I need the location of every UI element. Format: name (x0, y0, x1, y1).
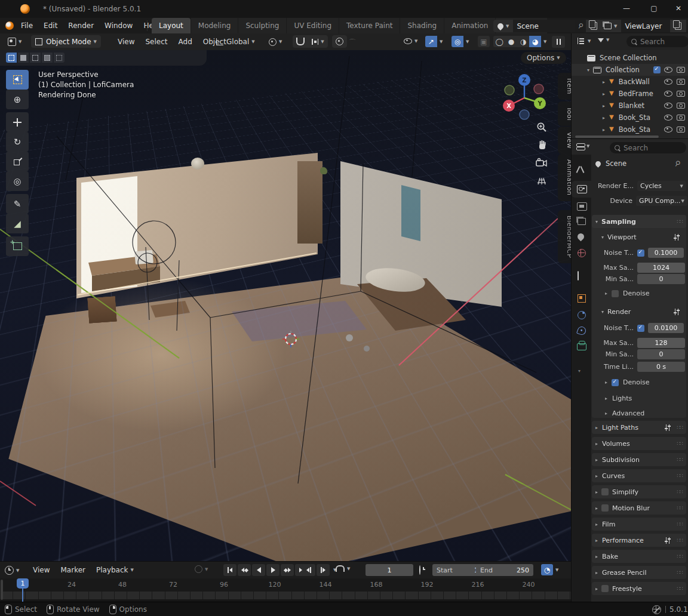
frame-start-field[interactable]: Start1 (432, 564, 483, 576)
panel-simplify[interactable]: ▸Simplify∷∷ (592, 485, 686, 498)
select-mode-new-button[interactable] (6, 53, 17, 63)
blender-menu-logo-icon[interactable] (5, 21, 14, 30)
overlays-dropdown[interactable]: ▼ (466, 39, 469, 44)
sidebar-tab-tool[interactable]: Tool (558, 101, 571, 126)
panel-subdivision[interactable]: ▸Subdivision∷∷ (592, 453, 686, 466)
render-subpanel-header[interactable]: ▾Render (598, 305, 687, 318)
camera-view-icon[interactable] (536, 158, 548, 168)
shading-solid-button[interactable]: ● (505, 36, 517, 47)
menu-window[interactable]: Window (99, 21, 138, 30)
preset-icon[interactable] (664, 537, 671, 544)
workspace-tab-animation[interactable]: Animation (444, 18, 495, 33)
render-visibility-icon[interactable] (677, 103, 685, 109)
tool-annotate[interactable]: ✎ (6, 194, 29, 214)
sampling-panel-header[interactable]: ▾Sampling ∷∷ (592, 215, 686, 228)
workspace-tab-shading[interactable]: Shading (400, 18, 444, 33)
max-samples-value[interactable]: 1024 (637, 263, 685, 273)
preset-icon[interactable] (673, 309, 680, 315)
play-button[interactable] (266, 564, 280, 576)
outliner-search-input[interactable]: Search (626, 36, 688, 47)
tab-tool-icon[interactable] (577, 165, 585, 174)
proportional-falloff-dropdown[interactable]: ⌒ (349, 38, 356, 48)
eye-icon[interactable] (664, 103, 672, 109)
pan-hand-icon[interactable] (537, 140, 548, 150)
eye-icon[interactable] (664, 67, 672, 73)
eye-icon[interactable] (664, 115, 672, 121)
workspace-tab-layout[interactable]: Layout (152, 18, 191, 33)
select-mode-subtract-button[interactable] (30, 53, 41, 63)
maximize-button[interactable]: ▢ (644, 4, 664, 13)
timeline-menu-playback[interactable]: Playback▼ (91, 566, 139, 574)
timeline-tracks[interactable] (0, 592, 571, 599)
shading-rendered-button[interactable]: ◕ (529, 36, 541, 47)
tab-world-icon[interactable] (578, 249, 586, 257)
current-frame-field[interactable]: 1 (366, 564, 413, 576)
menu-edit[interactable]: Edit (38, 21, 63, 30)
render-denoise-checkbox[interactable] (612, 379, 619, 386)
transform-orientation-dropdown[interactable]: Global ▼ (216, 36, 255, 48)
preset-icon[interactable] (673, 234, 680, 241)
properties-editor-type-dropdown[interactable]: ▼ (576, 143, 589, 150)
play-reverse-button[interactable] (252, 564, 265, 576)
panel-curves[interactable]: ▸Curves∷∷ (592, 469, 686, 482)
panel-light-paths[interactable]: ▸Light Paths ∷∷ (592, 421, 686, 434)
gizmos-dropdown[interactable]: ▼ (440, 39, 443, 44)
menu-file[interactable]: File (16, 21, 38, 30)
tab-collection-icon[interactable] (578, 271, 579, 281)
tab-physics-icon[interactable] (576, 325, 587, 336)
preset-icon[interactable] (664, 424, 671, 431)
frame-end-field[interactable]: End250 (476, 564, 533, 576)
render-visibility-icon[interactable] (677, 127, 685, 133)
prev-keyframe-button[interactable] (238, 564, 251, 576)
render-max-samples-value[interactable]: 128 (637, 338, 685, 348)
timeline-menu-marker[interactable]: Marker (55, 566, 90, 574)
eye-icon[interactable] (664, 127, 672, 133)
panel-grease-pencil[interactable]: ▸Grease Pencil∷∷ (592, 566, 686, 579)
keying-set-dropdown[interactable]: ▼ (336, 565, 350, 572)
mode-dropdown[interactable]: Object Mode ▼ (31, 35, 101, 48)
tab-viewlayer-icon[interactable] (578, 218, 586, 225)
workspace-tab-texture-paint[interactable]: Texture Paint (339, 18, 400, 33)
expand-chevron-icon[interactable]: ▸ (603, 115, 605, 121)
tool-move[interactable] (6, 112, 29, 132)
pause-render-button[interactable] (552, 36, 565, 48)
tab-object-icon[interactable] (578, 294, 586, 303)
close-button[interactable]: ✕ (670, 4, 687, 13)
properties-search-input[interactable]: Search (610, 142, 686, 153)
menu-select[interactable]: Select (140, 38, 173, 46)
scene-name-field[interactable]: Scene (513, 20, 575, 32)
viewport-subpanel-header[interactable]: ▾Viewport (598, 230, 687, 244)
outliner-h-scrollbar[interactable] (575, 135, 659, 138)
playback-sync-button[interactable]: ◔ (541, 564, 553, 575)
outliner-row-backwall[interactable]: ▸ ▲ BackWall (572, 76, 688, 88)
panel-performance[interactable]: ▸Performance ∷∷ (592, 534, 686, 547)
visibility-dropdown[interactable]: ▼ (404, 38, 417, 44)
panel-volumes[interactable]: ▸Volumes∷∷ (592, 437, 686, 450)
collapse-chevron-icon[interactable]: ▾ (587, 67, 589, 73)
tab-render-icon[interactable] (577, 185, 587, 193)
time-limit-value[interactable]: 0 s (637, 362, 685, 372)
auto-keying-toggle[interactable]: ▼ (195, 565, 208, 573)
menu-render[interactable]: Render (63, 21, 99, 30)
timeline-v-scrollbar[interactable] (1, 580, 3, 600)
tab-object-data-icon[interactable] (577, 343, 586, 350)
scene-browse-button[interactable]: ▼ (493, 20, 513, 32)
expand-chevron-icon[interactable]: ▸ (603, 127, 605, 133)
options-button[interactable]: Options▼ (521, 52, 566, 64)
pivot-point-dropdown[interactable]: ▼ (269, 36, 282, 48)
timeline-editor-type-dropdown[interactable]: ▼ (5, 566, 19, 575)
collection-checkbox[interactable] (653, 66, 661, 73)
overlays-toggle[interactable]: ◎ (452, 36, 463, 47)
stopwatch-icon[interactable] (419, 565, 420, 575)
snap-settings-dropdown[interactable]: ▼ (308, 35, 328, 48)
outliner-row-book-stack-1[interactable]: ▸ ▲ Book_Sta (572, 112, 688, 124)
outliner-row-book-stack-2[interactable]: ▸ ▲ Book_Sta (572, 124, 688, 135)
snap-toggle[interactable] (293, 35, 308, 48)
shading-wireframe-button[interactable]: ◯ (493, 36, 505, 47)
proportional-editing-toggle[interactable] (332, 35, 347, 48)
next-keyframe-button[interactable] (281, 564, 294, 576)
grid-perspective-icon[interactable] (536, 176, 547, 186)
sidebar-tab-item[interactable]: Item (558, 73, 571, 100)
render-visibility-icon[interactable] (677, 115, 685, 121)
min-samples-value[interactable]: 0 (637, 274, 685, 284)
